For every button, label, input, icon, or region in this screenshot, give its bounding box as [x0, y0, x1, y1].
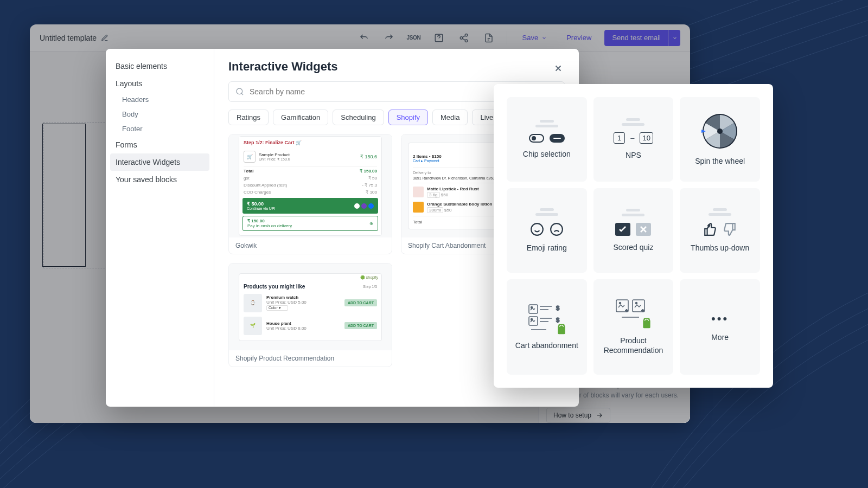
modal-sidebar: Basic elements Layouts Headers Body Foot…	[106, 49, 214, 407]
shopify-bag-icon	[556, 323, 567, 335]
search-icon	[235, 87, 244, 96]
chip-shopify[interactable]: Shopify	[388, 110, 428, 125]
widget-tiles-panel: Chip selection 1 – 10 NPS	[494, 84, 773, 388]
svg-text:$: $	[556, 305, 559, 311]
chip-media[interactable]: Media	[432, 110, 468, 125]
frown-icon	[550, 222, 564, 236]
svg-point-4	[237, 88, 242, 94]
chip-scheduling[interactable]: Scheduling	[333, 110, 384, 125]
tile-cart-abandonment[interactable]: $ $ Cart abandonment	[507, 279, 587, 375]
svg-point-32	[636, 302, 637, 304]
card-caption: Gokwik	[229, 237, 392, 254]
card-caption: Shopify Product Recommendation	[229, 350, 392, 367]
shopify-bag-icon	[641, 317, 652, 329]
sidebar-item-saved[interactable]: Your saved blocks	[110, 171, 209, 188]
svg-point-28	[620, 302, 621, 304]
tile-chip-selection[interactable]: Chip selection	[507, 97, 587, 182]
tile-thumbs[interactable]: Thumbs up-down	[680, 188, 760, 273]
tile-more[interactable]: ••• More	[680, 279, 760, 375]
chip-off-icon	[550, 134, 565, 143]
sidebar-item-footer[interactable]: Footer	[110, 121, 209, 136]
wheel-icon	[701, 113, 738, 150]
modal-title: Interactive Widgets	[228, 60, 565, 74]
svg-rect-8	[553, 138, 561, 139]
thumbs-up-icon	[703, 222, 717, 236]
more-icon: •••	[711, 312, 729, 326]
sidebar-item-layouts[interactable]: Layouts	[110, 75, 209, 92]
tile-emoji-rating[interactable]: Emoji rating	[507, 188, 587, 273]
chip-ratings[interactable]: Ratings	[228, 110, 269, 125]
sidebar-item-interactive[interactable]: Interactive Widgets	[110, 153, 209, 171]
svg-point-6	[532, 136, 536, 140]
check-box-icon	[615, 223, 630, 236]
svg-point-10	[717, 129, 723, 134]
svg-point-13	[551, 223, 563, 235]
tile-product-recommendation[interactable]: Product Recommendation	[593, 279, 674, 375]
widget-card-gokwik[interactable]: Step 1/2: Finalize Cart 🛒 🛒Sample Produc…	[228, 134, 392, 254]
svg-rect-5	[529, 134, 544, 142]
svg-point-12	[531, 223, 543, 235]
smile-icon	[530, 222, 544, 236]
close-icon[interactable]	[551, 61, 566, 76]
svg-point-22	[531, 318, 532, 320]
sidebar-item-headers[interactable]: Headers	[110, 92, 209, 107]
nps-10-box: 10	[640, 132, 653, 144]
chip-on-icon	[529, 134, 544, 143]
tile-spin-wheel[interactable]: Spin the wheel	[680, 97, 760, 182]
chip-gamification[interactable]: Gamification	[273, 110, 328, 125]
sidebar-item-basic[interactable]: Basic elements	[110, 57, 209, 75]
tile-nps[interactable]: 1 – 10 NPS	[593, 97, 674, 182]
sidebar-item-body[interactable]: Body	[110, 107, 209, 121]
nps-1-box: 1	[614, 132, 625, 144]
x-box-icon	[636, 223, 651, 236]
thumbs-down-icon	[723, 222, 737, 236]
svg-text:$: $	[556, 317, 559, 323]
svg-point-17	[531, 306, 532, 308]
sidebar-item-forms[interactable]: Forms	[110, 136, 209, 153]
tile-scored-quiz[interactable]: Scored quiz	[593, 188, 674, 273]
widget-card-shopify-recomm[interactable]: 🟢 shopify Products you might like Step 1…	[228, 263, 392, 367]
